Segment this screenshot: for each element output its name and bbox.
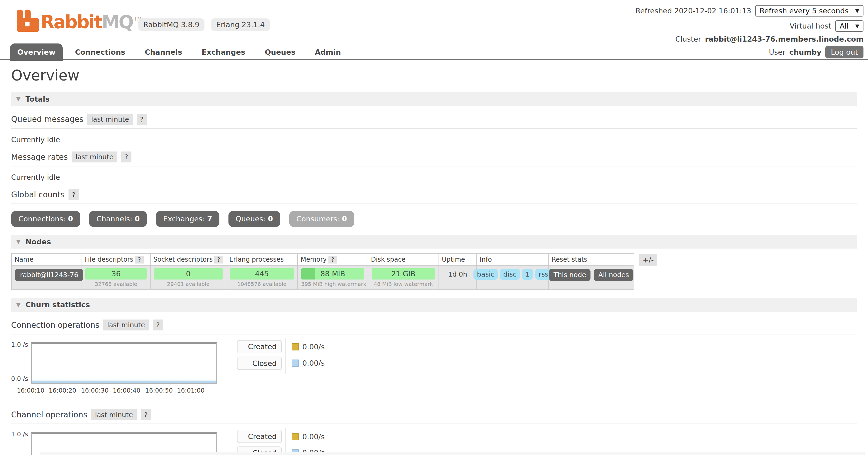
created-series-swatch	[292, 343, 299, 351]
queues-count-button[interactable]: Queues: 0	[228, 211, 280, 227]
help-icon[interactable]: ?	[135, 256, 144, 264]
time-range-chip[interactable]: last minute	[87, 114, 133, 125]
user-name: chumby	[789, 48, 822, 56]
nodes-table: Name File descriptors? Socket descriptor…	[11, 253, 634, 290]
erlang-processes-bar: 445	[230, 268, 294, 279]
help-icon[interactable]: ?	[121, 151, 131, 163]
time-range-chip[interactable]: last minute	[91, 409, 137, 420]
tab-exchanges[interactable]: Exchanges	[194, 43, 252, 61]
global-counts-row: Connections: 0 Channels: 0 Exchanges: 7 …	[11, 211, 857, 227]
tab-connections[interactable]: Connections	[68, 43, 132, 61]
closed-rate-value: 0.00/s	[302, 359, 325, 367]
file-descriptors-available: 32768 available	[85, 281, 147, 287]
rabbitmq-logo-icon	[17, 9, 39, 32]
consumers-count-button: Consumers: 0	[289, 211, 354, 227]
time-range-chip[interactable]: last minute	[72, 151, 117, 163]
help-icon[interactable]: ?	[214, 256, 223, 264]
help-icon[interactable]: ?	[137, 114, 147, 125]
rabbitmq-management-overview-page: RabbitMQTM RabbitMQ 3.8.9 Erlang 23.1.4 …	[0, 0, 868, 455]
info-tag-disc: disc	[500, 269, 520, 280]
channel-operations-heading: Channel operations last minute ?	[11, 409, 857, 424]
queued-messages-label: Queued messages	[11, 115, 84, 124]
col-header-reset-stats: Reset stats	[549, 253, 634, 266]
connection-operations-heading: Connection operations last minute ?	[11, 320, 857, 334]
collapse-triangle-icon: ▼	[16, 238, 21, 245]
section-header-totals[interactable]: ▼ Totals	[11, 92, 857, 106]
queued-messages-status: Currently idle	[11, 135, 857, 144]
memory-watermark: 395 MiB high watermark	[301, 281, 365, 287]
col-header-memory: Memory?	[298, 253, 368, 266]
created-rate-value: 0.00/s	[302, 343, 325, 351]
next-section-edge	[40, 452, 865, 455]
section-header-churn-statistics[interactable]: ▼ Churn statistics	[11, 298, 857, 312]
y-axis-min-label: 0.0 /s	[11, 375, 28, 382]
legend-created-button[interactable]: Created	[237, 340, 281, 354]
col-header-uptime: Uptime	[439, 253, 477, 266]
help-icon[interactable]: ?	[141, 409, 151, 420]
y-axis-max-label: 1.0 /s	[11, 431, 28, 438]
collapse-triangle-icon: ▼	[16, 96, 21, 102]
message-rates-status: Currently idle	[11, 173, 857, 181]
logout-button[interactable]: Log out	[825, 46, 864, 59]
help-icon[interactable]: ?	[329, 256, 337, 264]
channels-count-button[interactable]: Channels: 0	[89, 211, 147, 227]
virtual-host-select[interactable]: All▼	[835, 20, 864, 32]
socket-descriptors-bar: 0	[154, 268, 222, 279]
col-header-disk-space: Disk space	[368, 253, 439, 266]
section-header-nodes[interactable]: ▼ Nodes	[11, 235, 857, 249]
time-range-chip[interactable]: last minute	[103, 320, 149, 331]
main-nav-tabs: Overview Connections Channels Exchanges …	[10, 43, 353, 61]
node-info-tags: basic disc 1 rss	[480, 268, 545, 280]
column-selector-button[interactable]: +/-	[639, 254, 657, 266]
connection-operations-label: Connection operations	[11, 321, 99, 330]
tab-queues[interactable]: Queues	[257, 43, 303, 61]
memory-bar: 88 MiB	[301, 268, 365, 279]
page-title: Overview	[11, 67, 857, 84]
reset-this-node-button[interactable]: This node	[549, 269, 590, 281]
file-descriptors-bar: 36	[85, 268, 147, 279]
node-name-badge[interactable]: rabbit@li1243-76	[15, 269, 83, 281]
closed-series-line	[32, 381, 216, 383]
message-rates-label: Message rates	[11, 153, 68, 162]
tab-admin[interactable]: Admin	[308, 43, 348, 61]
x-tick-label: 16:00:30	[81, 387, 108, 394]
cluster-name: rabbit@li1243-76.members.linode.com	[705, 35, 864, 43]
help-icon[interactable]: ?	[153, 320, 163, 331]
x-tick-label: 16:01:00	[177, 387, 205, 394]
refresh-interval-select[interactable]: Refresh every 5 seconds▼	[755, 5, 864, 17]
x-tick-label: 16:00:50	[145, 387, 173, 394]
legend-closed-button[interactable]: Closed	[237, 357, 281, 370]
tab-channels[interactable]: Channels	[137, 43, 190, 61]
chart-plot-area	[31, 432, 217, 455]
collapse-triangle-icon: ▼	[16, 302, 21, 308]
reset-all-nodes-button[interactable]: All nodes	[594, 269, 633, 281]
node-uptime: 1d 0h	[448, 268, 467, 278]
legend-divider	[285, 338, 286, 374]
col-header-socket-descriptors: Socket descriptors?	[150, 253, 226, 266]
y-axis-max-label: 1.0 /s	[11, 341, 28, 348]
x-tick-label: 16:00:40	[113, 387, 140, 394]
created-rate-value: 0.00/s	[302, 433, 325, 441]
tab-overview[interactable]: Overview	[10, 43, 63, 61]
node-row: rabbit@li1243-76 36 32768 available 0 29…	[11, 266, 634, 290]
chart-plot-area	[31, 342, 217, 384]
created-series-swatch	[292, 433, 299, 440]
help-icon[interactable]: ?	[68, 189, 79, 200]
info-tag-1: 1	[522, 269, 533, 280]
socket-descriptors-available: 29401 available	[154, 281, 222, 287]
channel-operations-chart: 1.0 /s 0.0 /s 16:00:10 16:00:20 16:00:30…	[11, 430, 857, 455]
rabbitmq-logo[interactable]: RabbitMQTM	[17, 8, 142, 33]
x-tick-label: 16:00:20	[49, 387, 76, 394]
refreshed-timestamp: Refreshed 2020-12-02 16:01:13	[636, 7, 751, 15]
legend-created-button[interactable]: Created	[237, 430, 281, 443]
channel-operations-label: Channel operations	[11, 410, 87, 419]
cluster-label: Cluster	[675, 35, 701, 43]
exchanges-count-button[interactable]: Exchanges: 7	[156, 211, 219, 227]
connections-count-button[interactable]: Connections: 0	[11, 211, 80, 227]
global-counts-heading: Global counts ?	[11, 189, 857, 204]
disk-space-bar: 21 GiB	[372, 268, 435, 279]
chevron-down-icon: ▼	[855, 23, 859, 29]
queued-messages-heading: Queued messages last minute ?	[11, 114, 857, 128]
info-tag-basic: basic	[473, 269, 497, 280]
chevron-down-icon: ▼	[855, 8, 859, 13]
